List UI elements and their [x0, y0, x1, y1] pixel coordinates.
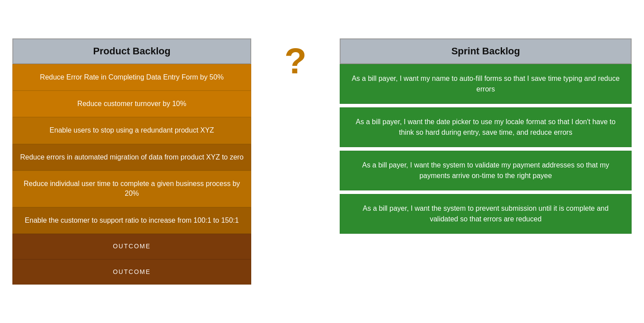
backlog-item-3: Reduce errors in automated migration of … — [12, 144, 251, 171]
backlog-item-5: Enable the customer to support ratio to … — [12, 207, 251, 234]
main-layout: Product Backlog Reduce Error Rate in Com… — [12, 38, 632, 285]
sprint-backlog-header: Sprint Backlog — [340, 38, 632, 64]
sprint-item-2: As a bill payer, I want the system to va… — [340, 151, 632, 190]
backlog-item-6: OUTCOME — [12, 234, 251, 259]
backlog-item-0: Reduce Error Rate in Completing Data Ent… — [12, 64, 251, 91]
backlog-item-1: Reduce customer turnover by 10% — [12, 91, 251, 117]
sprint-items-list: As a bill payer, I want my name to auto-… — [340, 64, 632, 234]
arrow-path — [251, 77, 340, 127]
sprint-backlog-column: Sprint Backlog As a bill payer, I want m… — [340, 38, 632, 285]
sprint-item-0: As a bill payer, I want my name to auto-… — [340, 64, 632, 104]
sprint-item-1: As a bill payer, I want the date picker … — [340, 107, 632, 147]
arrow-path — [251, 77, 340, 171]
backlog-item-4: Reduce individual user time to complete … — [12, 171, 251, 207]
product-backlog-header: Product Backlog — [12, 38, 251, 64]
product-backlog-column: Product Backlog Reduce Error Rate in Com… — [12, 38, 251, 285]
arrow-path — [251, 77, 340, 214]
backlog-items-list: Reduce Error Rate in Completing Data Ent… — [12, 64, 251, 285]
question-mark: ? — [284, 43, 307, 79]
sprint-item-3: As a bill payer, I want the system to pr… — [340, 194, 632, 234]
backlog-item-7: OUTCOME — [12, 259, 251, 285]
backlog-item-2: Enable users to stop using a redundant p… — [12, 117, 251, 144]
center-column: ? — [251, 38, 340, 285]
